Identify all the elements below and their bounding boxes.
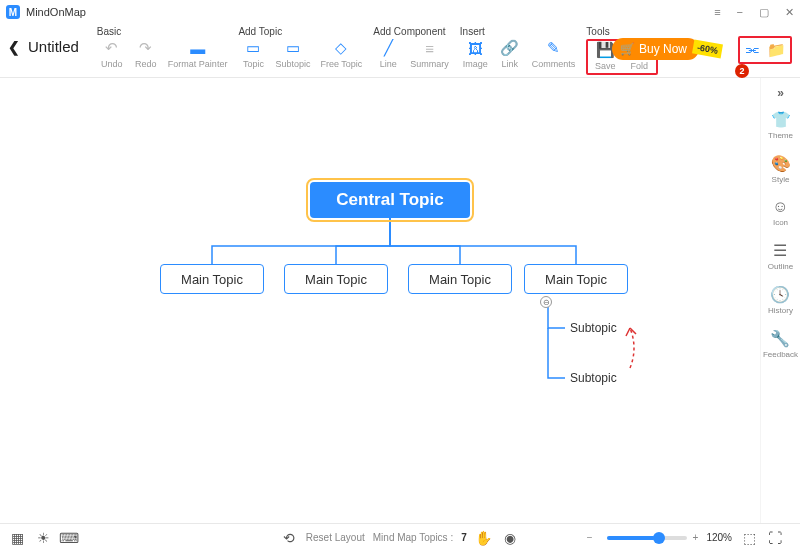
main-topic-node[interactable]: Main Topic [284, 264, 388, 294]
format-painter-icon: ▬ [190, 39, 205, 57]
zoom-slider[interactable] [607, 536, 687, 540]
reset-layout-icon[interactable]: ⟲ [280, 529, 298, 547]
app-logo: M [6, 5, 20, 19]
close-icon[interactable]: ✕ [785, 6, 794, 19]
history-tab[interactable]: 🕓History [768, 285, 793, 315]
subtopic-node[interactable]: Subtopic [570, 321, 617, 335]
document-title[interactable]: Untitled [28, 38, 79, 55]
undo-button[interactable]: ↶Undo [97, 39, 127, 69]
group-insert: Insert 🖼Image 🔗Link ✎Comments [460, 24, 579, 69]
icon-tab[interactable]: ☺Icon [772, 198, 788, 227]
fit-screen-button[interactable]: ⛶ [766, 529, 784, 547]
brightness-button[interactable]: ☀ [34, 529, 52, 547]
collapse-panel-button[interactable]: » [777, 86, 784, 100]
buy-now-button[interactable]: 🛒Buy Now -60% [612, 38, 722, 60]
view-mode-button[interactable]: ◉ [501, 529, 519, 547]
comments-icon: ✎ [547, 39, 560, 57]
outline-icon: ☰ [773, 241, 787, 260]
feedback-tab[interactable]: 🔧Feedback [763, 329, 798, 359]
line-button[interactable]: ╱Line [373, 39, 403, 69]
export-button[interactable]: 📁 [767, 41, 786, 59]
zoom-out-button[interactable]: − [587, 532, 593, 543]
feedback-icon: 🔧 [770, 329, 790, 348]
style-icon: 🎨 [771, 154, 791, 173]
central-topic-node[interactable]: Central Topic [310, 182, 470, 218]
style-tab[interactable]: 🎨Style [771, 154, 791, 184]
icon-icon: ☺ [772, 198, 788, 216]
undo-icon: ↶ [105, 39, 118, 57]
select-tool-button[interactable]: ⬚ [740, 529, 758, 547]
topic-icon: ▭ [246, 39, 260, 57]
group-add-component: Add Component ╱Line ≡Summary [373, 24, 452, 69]
keyboard-button[interactable]: ⌨ [60, 529, 78, 547]
app-name: MindOnMap [26, 6, 86, 18]
main-topic-node[interactable]: Main Topic [524, 264, 628, 294]
main-toolbar: ❮ Untitled Basic ↶Undo ↷Redo ▬Format Pai… [0, 24, 800, 78]
topic-button[interactable]: ▭Topic [238, 39, 268, 69]
outline-tab[interactable]: ☰Outline [768, 241, 793, 271]
menu-icon[interactable]: ≡ [714, 6, 720, 19]
line-icon: ╱ [384, 39, 393, 57]
zoom-percent[interactable]: 120% [706, 532, 732, 543]
format-painter-button[interactable]: ▬Format Painter [165, 39, 231, 69]
window-titlebar: M MindOnMap ≡ − ▢ ✕ [0, 0, 800, 24]
free-topic-button[interactable]: ◇Free Topic [317, 39, 365, 69]
zoom-in-button[interactable]: + [693, 532, 699, 543]
pan-tool-button[interactable]: ✋ [475, 529, 493, 547]
subtopic-button[interactable]: ▭Subtopic [272, 39, 313, 69]
topics-label: Mind Map Topics : [373, 532, 453, 543]
group-add-topic: Add Topic ▭Topic ▭Subtopic ◇Free Topic [238, 24, 365, 69]
free-topic-icon: ◇ [335, 39, 347, 57]
link-icon: 🔗 [500, 39, 519, 57]
subtopic-node[interactable]: Subtopic [570, 371, 617, 385]
share-button[interactable]: ⫘ [744, 41, 759, 59]
redo-icon: ↷ [139, 39, 152, 57]
reset-layout-label[interactable]: Reset Layout [306, 532, 365, 543]
status-bar: ▦ ☀ ⌨ ⟲ Reset Layout Mind Map Topics : 7… [0, 523, 800, 551]
main-topic-node[interactable]: Main Topic [160, 264, 264, 294]
share-export-highlight-box: ⫘ 📁 [738, 36, 792, 64]
back-button[interactable]: ❮ [8, 39, 20, 55]
topics-count: 7 [461, 532, 467, 543]
redo-button[interactable]: ↷Redo [131, 39, 161, 69]
cart-icon: 🛒 [620, 42, 635, 56]
mindmap-canvas[interactable]: Central Topic Main Topic Main Topic Main… [0, 78, 760, 523]
comments-button[interactable]: ✎Comments [529, 39, 579, 69]
summary-button[interactable]: ≡Summary [407, 39, 452, 69]
background-button[interactable]: ▦ [8, 529, 26, 547]
link-button[interactable]: 🔗Link [495, 39, 525, 69]
group-basic: Basic ↶Undo ↷Redo ▬Format Painter [97, 24, 231, 69]
annotation-badge-2: 2 [735, 64, 749, 78]
subtopic-icon: ▭ [286, 39, 300, 57]
image-icon: 🖼 [468, 39, 483, 57]
collapse-children-button[interactable]: ⊖ [540, 296, 552, 308]
minimize-icon[interactable]: − [737, 6, 743, 19]
right-side-panel: » 👕Theme 🎨Style ☺Icon ☰Outline 🕓History … [760, 78, 800, 523]
theme-tab[interactable]: 👕Theme [768, 110, 793, 140]
history-icon: 🕓 [770, 285, 790, 304]
summary-icon: ≡ [425, 39, 434, 57]
maximize-icon[interactable]: ▢ [759, 6, 769, 19]
main-topic-node[interactable]: Main Topic [408, 264, 512, 294]
theme-icon: 👕 [771, 110, 791, 129]
image-button[interactable]: 🖼Image [460, 39, 491, 69]
